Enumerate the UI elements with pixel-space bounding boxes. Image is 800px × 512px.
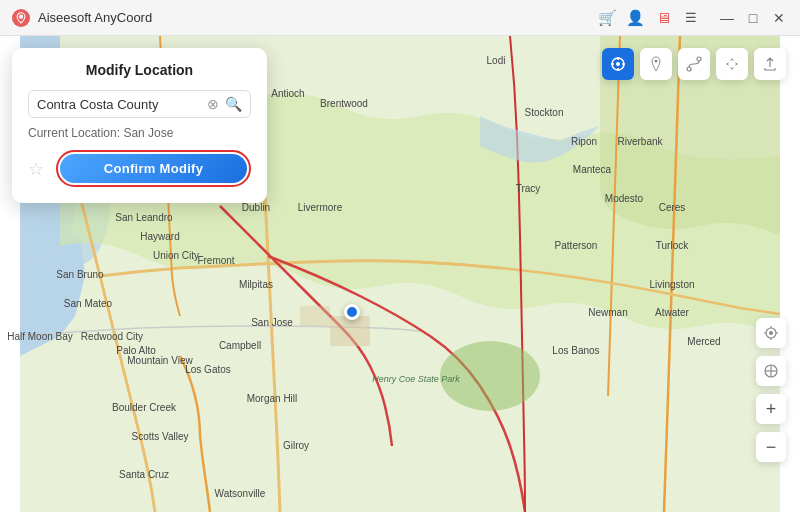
app-title: Aiseesoft AnyCoord (38, 10, 596, 25)
svg-point-14 (697, 57, 701, 61)
svg-point-5 (440, 341, 540, 411)
cart-icon[interactable]: 🛒 (596, 7, 618, 29)
search-icon-group: ⊗ 🔍 (207, 96, 242, 112)
pin-mode-button[interactable] (640, 48, 672, 80)
menu-icon[interactable]: ☰ (680, 7, 702, 29)
search-icon[interactable]: 🔍 (225, 96, 242, 112)
toolbar-icons: 🛒 👤 🖥 ☰ (596, 7, 702, 29)
location-dot (344, 304, 360, 320)
zoom-out-button[interactable]: − (756, 432, 786, 462)
route-mode-button[interactable] (678, 48, 710, 80)
svg-point-7 (616, 62, 620, 66)
cursor-mode-button[interactable] (602, 48, 634, 80)
location-center-button[interactable] (756, 356, 786, 386)
map-right-controls: + − (756, 318, 786, 462)
svg-point-0 (19, 14, 23, 18)
svg-point-12 (655, 60, 658, 63)
panel-title: Modify Location (28, 62, 251, 78)
favorite-star-button[interactable]: ☆ (28, 158, 44, 180)
map-top-controls (602, 48, 786, 80)
location-search-input[interactable] (37, 97, 207, 112)
gps-target-button[interactable] (756, 318, 786, 348)
app-icon (12, 9, 30, 27)
svg-rect-3 (300, 306, 330, 326)
svg-rect-4 (330, 316, 370, 346)
search-row: ⊗ 🔍 (28, 90, 251, 118)
minimize-button[interactable]: — (718, 9, 736, 27)
confirm-button-wrapper: Confirm Modify (56, 150, 251, 187)
svg-point-13 (687, 67, 691, 71)
clear-icon[interactable]: ⊗ (207, 96, 219, 112)
export-button[interactable] (754, 48, 786, 80)
zoom-in-button[interactable]: + (756, 394, 786, 424)
confirm-modify-button[interactable]: Confirm Modify (60, 154, 247, 183)
main-area: VallejoConcordAntiochBrentwoodLodiStockt… (0, 36, 800, 512)
move-mode-button[interactable] (716, 48, 748, 80)
monitor-icon[interactable]: 🖥 (652, 7, 674, 29)
modify-panel: Modify Location ⊗ 🔍 Current Location: Sa… (12, 48, 267, 203)
window-controls: — □ ✕ (718, 9, 788, 27)
actions-row: ☆ Confirm Modify (28, 150, 251, 187)
close-button[interactable]: ✕ (770, 9, 788, 27)
current-location-text: Current Location: San Jose (28, 126, 251, 140)
user-icon[interactable]: 👤 (624, 7, 646, 29)
svg-point-16 (769, 331, 773, 335)
titlebar: Aiseesoft AnyCoord 🛒 👤 🖥 ☰ — □ ✕ (0, 0, 800, 36)
maximize-button[interactable]: □ (744, 9, 762, 27)
